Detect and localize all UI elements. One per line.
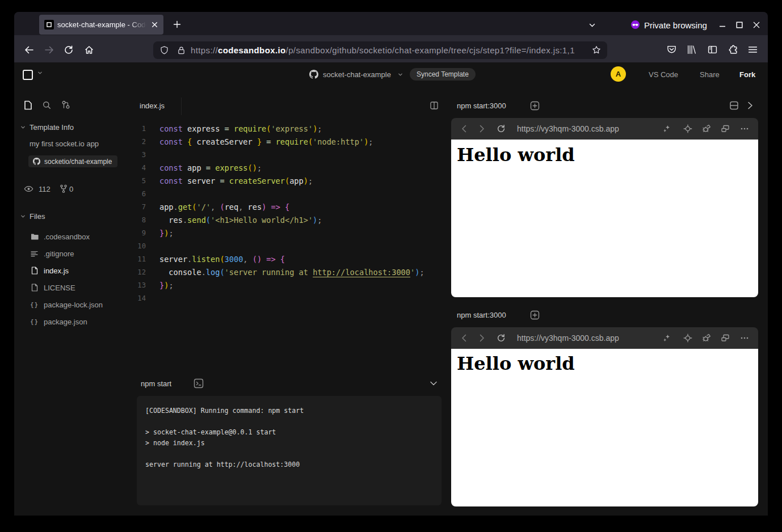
search-icon[interactable]: [43, 101, 51, 109]
code-line-12[interactable]: 12 console.log('server running at http:/…: [14, 265, 445, 278]
home-button-icon[interactable]: [84, 45, 94, 55]
preview-browser-toolbar: https://vy3hqm-3000.csb.app: [451, 118, 758, 140]
devtools-nodes-icon[interactable]: [61, 100, 70, 109]
editor-tab-separator: [181, 98, 182, 115]
url-bar[interactable]: https://codesandbox.io/p/sandbox/github/…: [153, 41, 607, 59]
file-row-package.json[interactable]: {}package.json: [30, 315, 87, 328]
code-line-14[interactable]: 14: [14, 292, 445, 305]
terminal-icon[interactable]: [194, 378, 204, 389]
preview-reload-icon[interactable]: [497, 333, 506, 343]
github-icon: [309, 70, 318, 79]
code-line-10[interactable]: 10: [14, 239, 445, 252]
explorer-file-icon[interactable]: [24, 100, 32, 110]
tab-close-icon[interactable]: [151, 21, 158, 28]
back-button-icon[interactable]: [24, 45, 34, 55]
line-number: 3: [111, 151, 146, 159]
csb-header: socket-chat-example Synced Template A VS…: [14, 62, 768, 86]
pocket-icon[interactable]: [667, 45, 677, 55]
vs-code-button[interactable]: VS Code: [649, 62, 678, 86]
synced-template-badge: Synced Template: [410, 68, 476, 81]
line-number: 8: [111, 216, 146, 224]
more-options-icon[interactable]: [740, 124, 749, 133]
window-minimize-button[interactable]: [719, 22, 726, 28]
shield-icon[interactable]: [160, 46, 169, 54]
open-new-window-icon[interactable]: [721, 333, 730, 343]
braces-icon: {}: [30, 318, 39, 326]
debug-bug-icon[interactable]: [702, 124, 711, 133]
terminal-collapse-chevron-icon[interactable]: [430, 381, 438, 386]
code-line-6[interactable]: 6: [14, 187, 445, 200]
open-new-window-icon[interactable]: [721, 124, 730, 133]
code-line-11[interactable]: 11server.listen(3000, () => {: [14, 252, 445, 265]
line-number: 12: [111, 268, 146, 276]
avatar[interactable]: A: [611, 66, 626, 82]
share-button[interactable]: Share: [700, 62, 720, 86]
url-text[interactable]: https://codesandbox.io/p/sandbox/github/…: [191, 41, 575, 59]
code-line-4[interactable]: 4const app = express();: [14, 161, 445, 174]
debug-bug-icon[interactable]: [702, 333, 711, 343]
preview-forward-icon[interactable]: [477, 333, 486, 343]
preview-back-icon[interactable]: [460, 124, 469, 133]
fork-button[interactable]: Fork: [739, 62, 755, 86]
preview-heading: Hello world: [457, 146, 575, 164]
list-all-tabs-icon[interactable]: [588, 22, 596, 29]
browser-tab-bar: socket-chat-example - CodeSandbox Privat…: [14, 12, 768, 35]
code-line-8[interactable]: 8 res.send('<h1>Hello world</h1>');: [14, 213, 445, 226]
ai-sparkles-icon[interactable]: [662, 333, 671, 343]
add-preview-icon[interactable]: [530, 310, 540, 320]
code-line-13[interactable]: 13});: [14, 278, 445, 292]
split-editor-icon[interactable]: [430, 102, 438, 109]
preview-task-label[interactable]: npm start:3000: [457, 97, 506, 114]
preview-back-icon[interactable]: [460, 333, 469, 343]
preview-reload-icon[interactable]: [497, 124, 506, 133]
terminal-line: > socket-chat-example@0.0.1 start: [145, 427, 276, 437]
window-close-button[interactable]: [753, 22, 760, 28]
inspect-target-icon[interactable]: [683, 124, 692, 133]
ai-sparkles-icon[interactable]: [662, 124, 671, 133]
code-line-1[interactable]: 1const express = require('express');: [14, 122, 445, 135]
sidebars-icon[interactable]: [708, 45, 718, 55]
terminal-tab-label[interactable]: npm start: [141, 375, 171, 391]
lock-icon[interactable]: [177, 46, 186, 54]
code-text: const { createServer } = require('node:h…: [159, 137, 373, 146]
preview-content[interactable]: Hello world: [451, 140, 758, 297]
browser-tab[interactable]: socket-chat-example - CodeSandbox: [39, 15, 163, 35]
code-line-9[interactable]: 9});: [14, 226, 445, 239]
editor-tab-index-js[interactable]: index.js: [140, 98, 165, 113]
preview-content[interactable]: Hello world: [451, 349, 758, 506]
terminal-output-panel[interactable]: [CODESANDBOX] Running command: npm start…: [137, 396, 442, 505]
line-number: 1: [111, 125, 146, 133]
code-line-5[interactable]: 5const server = createServer(app);: [14, 174, 445, 187]
csb-logo-icon[interactable]: [23, 70, 33, 80]
extensions-puzzle-icon[interactable]: [729, 45, 739, 55]
project-name[interactable]: socket-chat-example: [323, 62, 391, 86]
preview-task-label[interactable]: npm start:3000: [457, 306, 506, 323]
menu-hamburger-icon[interactable]: [748, 45, 758, 55]
preview-forward-icon[interactable]: [477, 124, 486, 133]
desktop: socket-chat-example - CodeSandbox Privat…: [0, 0, 782, 532]
collapse-panel-chevron-icon[interactable]: [746, 101, 754, 110]
preview-browser-toolbar: https://vy3hqm-3000.csb.app: [451, 327, 758, 349]
bookmark-star-icon[interactable]: [592, 45, 601, 54]
window-maximize-button[interactable]: [736, 22, 743, 28]
code-line-7[interactable]: 7app.get('/', (req, res) => {: [14, 200, 445, 213]
reload-button-icon[interactable]: [64, 45, 74, 55]
more-options-icon[interactable]: [740, 333, 749, 343]
line-number: 7: [111, 203, 146, 211]
split-rows-icon[interactable]: [730, 101, 738, 110]
preview-url[interactable]: https://vy3hqm-3000.csb.app: [517, 327, 619, 349]
line-number: 14: [111, 294, 146, 302]
inspect-target-icon[interactable]: [683, 333, 692, 343]
code-line-2[interactable]: 2const { createServer } = require('node:…: [14, 135, 445, 148]
preview-url[interactable]: https://vy3hqm-3000.csb.app: [517, 118, 619, 140]
forward-button-icon[interactable]: [44, 45, 54, 55]
library-icon[interactable]: [687, 45, 697, 55]
project-menu-chevron-icon[interactable]: [398, 72, 403, 77]
workspace-menu-chevron-icon[interactable]: [37, 70, 43, 75]
line-number: 10: [111, 242, 146, 250]
terminal-line: server running at http://localhost:3000: [145, 459, 300, 470]
add-preview-icon[interactable]: [530, 101, 540, 111]
code-line-3[interactable]: 3: [14, 148, 445, 161]
code-text: console.log('server running at http://lo…: [159, 268, 424, 277]
new-tab-button[interactable]: [173, 20, 181, 28]
